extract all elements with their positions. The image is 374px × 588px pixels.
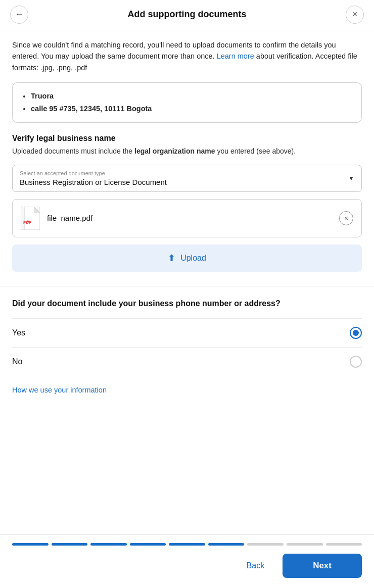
chevron-down-icon: ▼ xyxy=(348,175,354,182)
upload-button[interactable]: ⬆ Upload xyxy=(12,244,362,272)
close-icon-button[interactable]: × xyxy=(346,6,364,24)
company-name: Truora xyxy=(31,90,352,103)
verify-subtext-after: you entered (see above). xyxy=(215,147,296,155)
progress-seg-4 xyxy=(130,543,166,546)
section-divider xyxy=(0,286,374,286)
radio-option-yes[interactable]: Yes xyxy=(12,318,362,347)
back-icon-button[interactable]: ← xyxy=(10,6,28,24)
verify-subtext-bold: legal organization name xyxy=(134,147,215,155)
verify-subtext: Uploaded documents must include the lega… xyxy=(12,146,362,157)
learn-more-link[interactable]: Learn more xyxy=(217,52,254,60)
progress-seg-8 xyxy=(287,543,323,546)
footer-buttons: Back Next xyxy=(12,554,362,578)
back-button[interactable]: Back xyxy=(237,556,275,575)
radio-option-no[interactable]: No xyxy=(12,347,362,376)
progress-seg-9 xyxy=(326,543,362,546)
modal-title: Add supporting documents xyxy=(128,9,247,20)
modal-header: ← Add supporting documents × xyxy=(0,0,374,29)
radio-yes-label: Yes xyxy=(12,328,25,337)
progress-seg-6 xyxy=(208,543,245,546)
document-type-dropdown[interactable]: Select an accepted document type Busines… xyxy=(12,165,362,192)
dropdown-value: Business Registration or License Documen… xyxy=(20,178,354,186)
dropdown-label: Select an accepted document type xyxy=(20,170,354,176)
progress-seg-2 xyxy=(52,543,88,546)
modal-container: ← Add supporting documents × Since we co… xyxy=(0,0,374,588)
progress-bar xyxy=(12,543,362,546)
intro-paragraph: Since we couldn't find a matching record… xyxy=(12,39,362,73)
pdf-file-icon: PDF xyxy=(21,207,40,230)
modal-footer: Back Next xyxy=(0,534,374,588)
progress-seg-7 xyxy=(247,543,284,546)
company-info-box: Truora calle 95 #735, 12345, 10111 Bogot… xyxy=(12,82,362,122)
remove-file-button[interactable]: × xyxy=(339,211,353,225)
upload-icon: ⬆ xyxy=(168,253,175,264)
radio-yes-circle xyxy=(350,327,362,339)
file-name-text: file_name.pdf xyxy=(47,214,339,222)
progress-seg-1 xyxy=(12,543,49,546)
company-address: calle 95 #735, 12345, 10111 Bogota xyxy=(31,103,352,115)
question-text: Did your document include your business … xyxy=(12,298,362,309)
progress-seg-5 xyxy=(169,543,205,546)
verify-subtext-before: Uploaded documents must include the xyxy=(12,147,134,155)
verify-heading: Verify legal business name xyxy=(12,134,362,143)
close-icon: × xyxy=(344,214,348,222)
upload-button-label: Upload xyxy=(180,254,206,263)
modal-content: Since we couldn't find a matching record… xyxy=(0,29,374,534)
radio-no-label: No xyxy=(12,357,22,366)
radio-no-circle xyxy=(350,356,362,368)
file-item: PDF file_name.pdf × xyxy=(12,199,362,237)
next-button[interactable]: Next xyxy=(283,554,362,578)
info-link[interactable]: How we use your information xyxy=(12,386,107,394)
progress-seg-3 xyxy=(90,543,127,546)
